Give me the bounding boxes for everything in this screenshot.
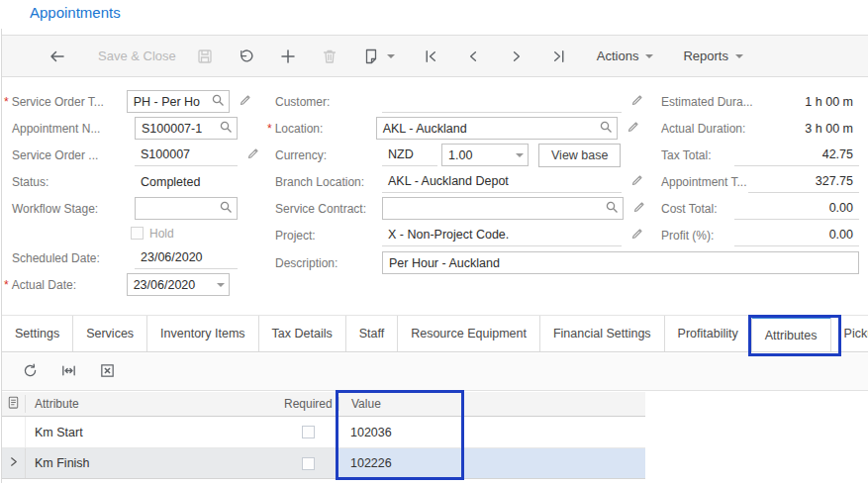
delete-record-button[interactable] xyxy=(321,48,338,65)
field-customer: Customer: xyxy=(275,89,661,114)
pencil-icon[interactable] xyxy=(630,227,644,243)
pencil-icon[interactable] xyxy=(246,146,260,163)
tab-financial-settings[interactable]: Financial Settings xyxy=(540,316,665,351)
actions-menu[interactable]: Actions xyxy=(597,49,654,63)
project-input[interactable]: X - Non-Project Code. xyxy=(382,225,622,246)
field-actual-date: * Actual Date: 23/06/2020 xyxy=(4,272,263,297)
field-value: X - Non-Project Code. xyxy=(388,228,618,242)
pencil-icon[interactable] xyxy=(632,200,646,217)
service-contract-input[interactable] xyxy=(382,197,624,220)
profit-value[interactable]: 0.00 xyxy=(734,225,859,246)
field-service-contract: Service Contract: xyxy=(275,196,661,221)
refresh-button[interactable] xyxy=(22,362,39,382)
branch-location-input[interactable]: AKL - Auckland Depot xyxy=(382,171,622,193)
pencil-icon[interactable] xyxy=(627,120,640,137)
required-checkbox[interactable] xyxy=(302,457,315,470)
clipboard-menu-button[interactable] xyxy=(362,48,395,65)
field-appointment-nbr: Appointment N... S100007-1 xyxy=(4,116,263,141)
description-input[interactable]: Per Hour - Auckland xyxy=(382,251,859,274)
fit-to-width-button[interactable] xyxy=(60,362,77,382)
tab-attributes[interactable]: Attributes xyxy=(752,316,831,351)
table-row-selected[interactable]: Km Finish 102226 xyxy=(2,448,645,479)
caret-down-icon[interactable] xyxy=(516,153,524,157)
last-record-button[interactable] xyxy=(550,48,567,65)
first-record-icon xyxy=(423,48,439,65)
magnifier-icon[interactable] xyxy=(211,93,225,110)
field-estimated-duration: Estimated Dura... 1 h 00 m xyxy=(661,89,859,114)
tab-services[interactable]: Services xyxy=(73,316,147,351)
undo-button[interactable] xyxy=(238,48,255,65)
tab-staff[interactable]: Staff xyxy=(346,316,398,351)
tab-resource-equipment[interactable]: Resource Equipment xyxy=(398,316,540,351)
required-checkbox[interactable] xyxy=(302,426,315,438)
back-button[interactable] xyxy=(48,48,66,65)
add-record-button[interactable] xyxy=(279,48,297,65)
pencil-icon[interactable] xyxy=(239,93,252,110)
pencil-icon[interactable] xyxy=(630,93,644,110)
field-label: Workflow Stage: xyxy=(12,202,135,216)
magnifier-icon[interactable] xyxy=(219,120,233,137)
required-cell[interactable] xyxy=(277,417,338,447)
field-value: Per Hour - Auckland xyxy=(389,256,854,270)
export-excel-button[interactable] xyxy=(99,362,116,382)
magnifier-icon[interactable] xyxy=(605,200,619,217)
save-button[interactable] xyxy=(196,48,214,65)
column-header-attribute[interactable]: Attribute xyxy=(26,397,277,411)
column-header-value[interactable]: Value xyxy=(338,397,464,411)
actual-date-input[interactable]: 23/06/2020 xyxy=(127,273,230,296)
clipboard-caret-icon xyxy=(387,54,395,58)
service-order-type-input[interactable]: PH - Per Ho xyxy=(127,90,230,113)
customer-input[interactable] xyxy=(382,91,622,113)
field-label: Actual Duration: xyxy=(661,122,760,136)
tab-tax-details[interactable]: Tax Details xyxy=(259,316,346,351)
row-settings-header-cell[interactable] xyxy=(2,395,26,413)
hold-checkbox[interactable] xyxy=(131,227,144,240)
attributes-grid: Attribute Required Value Km Start 102036… xyxy=(2,392,645,479)
value-cell[interactable]: 102226 xyxy=(338,448,464,478)
magnifier-icon[interactable] xyxy=(219,200,233,217)
appointments-screen: Appointments Save & Close xyxy=(0,0,868,486)
cost-total-value[interactable]: 0.00 xyxy=(734,198,859,220)
tab-pickup-delivery-items[interactable]: Pickup/Delivery Items xyxy=(831,316,868,351)
row-indicator-cell[interactable] xyxy=(2,417,26,447)
scheduled-date-input[interactable]: 23/06/2020 xyxy=(135,247,238,269)
magnifier-icon[interactable] xyxy=(599,120,613,137)
field-label: Estimated Dura... xyxy=(661,95,760,109)
next-record-button[interactable] xyxy=(508,48,525,65)
service-order-input[interactable]: S100007 xyxy=(135,145,238,166)
workflow-stage-input[interactable] xyxy=(135,197,238,220)
tax-total-value[interactable]: 42.75 xyxy=(734,145,859,166)
first-record-button[interactable] xyxy=(423,48,439,65)
row-indicator-cell[interactable] xyxy=(2,448,26,478)
field-label: Service Contract: xyxy=(275,202,382,216)
tab-inventory-items[interactable]: Inventory Items xyxy=(147,316,258,351)
back-arrow-icon xyxy=(48,48,66,65)
pencil-icon[interactable] xyxy=(630,173,644,190)
view-base-button[interactable]: View base xyxy=(538,144,621,167)
fit-to-width-icon xyxy=(60,362,77,382)
prev-record-button[interactable] xyxy=(465,48,482,65)
appointment-total-value[interactable]: 327.75 xyxy=(748,171,859,193)
value-cell[interactable]: 102036 xyxy=(338,417,464,447)
field-label: Appointment N... xyxy=(12,122,135,136)
table-row[interactable]: Km Start 102036 xyxy=(2,417,645,448)
currency-rate-dropdown[interactable]: 1.00 xyxy=(441,144,529,166)
field-label: Description: xyxy=(275,256,382,270)
reports-menu[interactable]: Reports xyxy=(683,49,743,63)
location-input[interactable]: AKL - Auckland xyxy=(376,117,618,140)
column-header-required[interactable]: Required xyxy=(277,397,338,411)
attribute-cell[interactable]: Km Finish xyxy=(26,448,277,478)
currency-code-input[interactable]: NZD xyxy=(382,145,437,166)
field-label: Location: xyxy=(275,122,376,136)
tab-profitability[interactable]: Profitability xyxy=(665,316,752,351)
save-close-button[interactable]: Save & Close xyxy=(98,49,176,63)
tab-settings[interactable]: Settings xyxy=(2,316,73,351)
appointment-nbr-input[interactable]: S100007-1 xyxy=(135,117,238,140)
last-record-icon xyxy=(550,48,567,65)
required-cell[interactable] xyxy=(277,448,338,478)
caret-down-icon[interactable] xyxy=(217,283,225,287)
attribute-cell[interactable]: Km Start xyxy=(26,417,277,447)
required-marker: * xyxy=(4,278,9,292)
hold-label: Hold xyxy=(149,227,174,241)
field-label: Customer: xyxy=(275,95,382,109)
